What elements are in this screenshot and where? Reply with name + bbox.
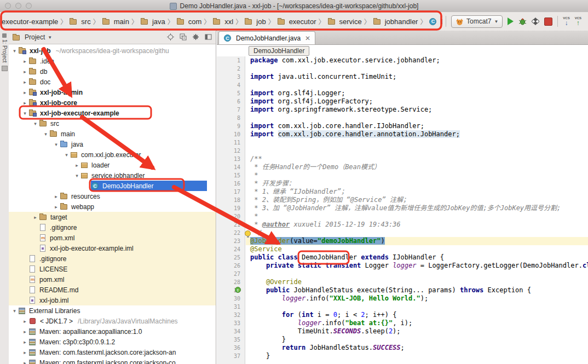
tool-window-icon[interactable] — [2, 66, 8, 71]
line-number[interactable]: 30 — [217, 294, 245, 303]
tree-item[interactable]: .gitignore — [9, 222, 216, 233]
tree-item[interactable]: ▸loader — [9, 160, 216, 170]
line-number[interactable]: 10 — [217, 130, 245, 138]
code-pane[interactable]: 1234567891011121314151617181920212223242… — [217, 56, 588, 364]
breadcrumb-item[interactable]: service — [327, 16, 362, 27]
tree-item[interactable]: LICENSE — [9, 264, 216, 274]
gear-icon[interactable] — [192, 33, 200, 41]
breadcrumb-item[interactable]: com — [176, 16, 203, 27]
line-number[interactable]: 26 — [217, 262, 245, 270]
tree-item[interactable]: pom.xml — [9, 274, 216, 285]
tree-item[interactable]: ▸.idea — [9, 56, 216, 66]
tool-window-grid-icon[interactable] — [2, 33, 7, 38]
expanded-arrow-icon[interactable]: ▾ — [53, 142, 60, 147]
tree-item[interactable]: xxl-job.iml — [9, 295, 216, 305]
chevron-down-icon[interactable]: ▼ — [48, 35, 52, 40]
expanded-arrow-icon[interactable]: ▾ — [11, 48, 18, 54]
line-number[interactable]: 5 — [217, 89, 245, 97]
line-number[interactable]: 8 — [217, 114, 245, 122]
line-number[interactable]: 32 — [217, 311, 245, 319]
line-number[interactable]: 33 — [217, 319, 245, 327]
tree-item[interactable]: ▸Maven: c3p0:c3p0:0.9.1.2 — [9, 337, 216, 347]
line-number[interactable]: 7 — [217, 106, 245, 114]
tree-item[interactable]: CDemoJobHandler — [9, 181, 216, 191]
breadcrumb-item[interactable]: java — [140, 16, 166, 27]
line-number[interactable]: 34 — [217, 327, 245, 336]
breadcrumb-item[interactable]: CDemoJobHandler — [428, 16, 442, 27]
breadcrumb-class-chip[interactable]: DemoJobHandler — [249, 46, 309, 56]
expanded-arrow-icon[interactable]: ▾ — [63, 152, 70, 158]
line-number[interactable]: 6 — [217, 97, 245, 106]
project-panel-title[interactable]: Project — [25, 33, 45, 41]
breadcrumb-item[interactable]: jobhandler — [372, 16, 419, 27]
line-number[interactable]: 17 — [217, 188, 245, 196]
line-number[interactable]: 1 — [217, 56, 245, 65]
editor-area[interactable]: C DemoJobHandler.java ✕ DemoJobHandler 1… — [217, 31, 588, 364]
tree-item[interactable]: ▾External Libraries — [9, 305, 216, 316]
collapsed-arrow-icon[interactable]: ▸ — [32, 215, 39, 220]
expanded-arrow-icon[interactable]: ▾ — [32, 121, 39, 126]
line-number[interactable]: 24 — [217, 245, 245, 253]
line-number[interactable]: 11 — [217, 138, 245, 147]
run-configuration-select[interactable]: Tomcat7 ▼ — [451, 15, 503, 28]
vcs-update-button[interactable]: VCS ↓ — [563, 16, 569, 26]
collapsed-arrow-icon[interactable]: ▸ — [21, 329, 28, 334]
coverage-button[interactable] — [532, 18, 539, 25]
project-tool-button[interactable]: 1: Project — [2, 39, 8, 62]
editor-gutter[interactable]: 1234567891011121314151617181920212223242… — [217, 56, 245, 364]
tree-item[interactable]: ▸xxl-job-admin — [9, 87, 216, 97]
collapsed-arrow-icon[interactable]: ▸ — [53, 194, 60, 199]
line-number[interactable]: 25 — [217, 253, 245, 262]
tree-item[interactable]: ▾src — [9, 118, 216, 129]
line-number[interactable]: 13 — [217, 155, 245, 163]
line-number[interactable]: 12 — [217, 147, 245, 155]
line-number[interactable]: 23 — [217, 237, 245, 245]
tree-item[interactable]: ▸xxl-job-core — [9, 97, 216, 108]
tab-demojobhandler[interactable]: C DemoJobHandler.java ✕ — [218, 31, 315, 44]
breadcrumb-item[interactable]: executor — [276, 16, 317, 27]
collapsed-arrow-icon[interactable]: ▸ — [21, 350, 28, 355]
locate-icon[interactable] — [167, 33, 175, 41]
expanded-arrow-icon[interactable]: ▾ — [21, 111, 28, 116]
close-icon[interactable]: ✕ — [305, 34, 310, 42]
override-method-icon[interactable]: ↑ — [235, 287, 241, 293]
stop-button[interactable] — [544, 18, 552, 26]
vcs-commit-button[interactable]: VCS ↑ — [575, 16, 581, 26]
code-scroll[interactable]: package com.xxl.job.executor.service.job… — [246, 56, 588, 364]
debug-button[interactable] — [518, 18, 527, 25]
close-window-icon[interactable] — [5, 3, 11, 9]
tree-item[interactable]: ▸< JDK1.7 >/Library/Java/JavaVirtualMach… — [9, 316, 216, 326]
line-number[interactable]: 20 — [217, 212, 245, 221]
run-button[interactable] — [508, 18, 514, 25]
line-number[interactable]: 37 — [217, 352, 245, 360]
line-number[interactable]: 2 — [217, 65, 245, 73]
tree-item[interactable]: ▾xxl-job~/workspaces/idea-git-workspace/… — [9, 45, 216, 56]
line-number[interactable]: 18 — [217, 196, 245, 204]
line-number[interactable]: 28 — [217, 278, 245, 286]
tree-item[interactable]: ▸Maven: com.fasterxml.jackson.core:jacks… — [9, 347, 216, 357]
tree-item[interactable]: ▾com.xxl.job.executor — [9, 149, 216, 160]
line-number[interactable]: 14 — [217, 163, 245, 171]
collapsed-arrow-icon[interactable]: ▸ — [21, 79, 28, 85]
hide-panel-icon[interactable] — [205, 33, 212, 41]
intention-bulb-icon[interactable] — [245, 230, 251, 236]
line-number[interactable]: 21 — [217, 221, 245, 229]
breadcrumb-item[interactable]: main — [101, 16, 130, 27]
collapse-all-icon[interactable] — [180, 33, 187, 41]
line-number[interactable]: 3 — [217, 73, 245, 81]
tree-item[interactable]: xxl-job-executor-example.iml — [9, 243, 216, 253]
collapsed-arrow-icon[interactable]: ▸ — [21, 69, 28, 74]
collapsed-arrow-icon[interactable]: ▸ — [21, 59, 28, 64]
tree-item[interactable]: pom.xml — [9, 233, 216, 243]
tree-item[interactable]: ▾java — [9, 139, 216, 149]
breadcrumb-item[interactable]: xxl — [212, 16, 234, 27]
tree-item[interactable]: ▾service.jobhandler — [9, 170, 216, 181]
expanded-arrow-icon[interactable]: ▾ — [73, 173, 80, 178]
tree-item[interactable]: ▸webapp — [9, 201, 216, 212]
line-number[interactable]: 16 — [217, 180, 245, 188]
collapsed-arrow-icon[interactable]: ▸ — [53, 204, 60, 210]
breadcrumb-item[interactable]: job — [244, 16, 266, 27]
line-number[interactable]: 19 — [217, 204, 245, 212]
line-number[interactable]: 35 — [217, 336, 245, 344]
line-number[interactable]: 9 — [217, 122, 245, 130]
